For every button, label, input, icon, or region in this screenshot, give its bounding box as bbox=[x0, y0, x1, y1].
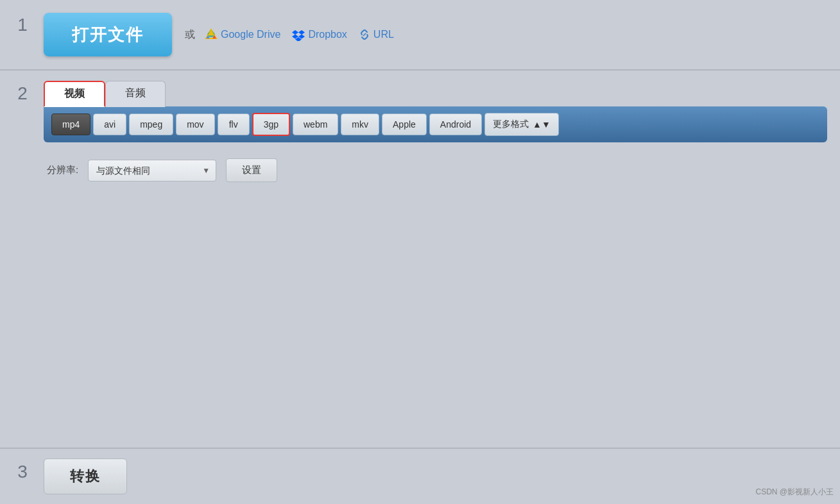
section-2: 2 视频 音频 mp4 avi mpeg mov flv 3gp webm m bbox=[0, 71, 840, 449]
format-btn-mov[interactable]: mov bbox=[176, 113, 214, 135]
convert-button[interactable]: 转换 bbox=[44, 458, 127, 494]
url-link[interactable]: URL bbox=[359, 29, 394, 40]
more-formats-button[interactable]: 更多格式 ▲▼ bbox=[484, 113, 559, 136]
format-btn-mp4[interactable]: mp4 bbox=[51, 113, 90, 135]
watermark: CSDN @影视新人小王 bbox=[755, 487, 834, 498]
format-btn-webm[interactable]: webm bbox=[293, 113, 338, 135]
step-number-3: 3 bbox=[13, 458, 32, 482]
dropbox-icon bbox=[292, 28, 305, 41]
google-drive-link[interactable]: Google Drive bbox=[205, 28, 280, 41]
resolution-select[interactable]: 与源文件相同 1920x1080 1280x720 854x480 640x36… bbox=[88, 160, 216, 181]
resolution-label: 分辨率: bbox=[47, 164, 78, 176]
resolution-select-wrapper: 与源文件相同 1920x1080 1280x720 854x480 640x36… bbox=[88, 160, 216, 181]
main-container: 1 打开文件 或 Google Drive bbox=[0, 0, 840, 504]
more-formats-arrow-icon: ▲▼ bbox=[533, 119, 551, 130]
step-number-2: 2 bbox=[13, 80, 32, 104]
section-1: 1 打开文件 或 Google Drive bbox=[0, 0, 840, 71]
google-drive-label: Google Drive bbox=[221, 29, 280, 40]
more-formats-label: 更多格式 bbox=[493, 119, 529, 130]
tabs-row: 视频 音频 bbox=[44, 80, 827, 106]
open-file-button[interactable]: 打开文件 bbox=[44, 13, 172, 56]
or-text: 或 bbox=[185, 28, 195, 42]
format-btn-avi[interactable]: avi bbox=[93, 113, 126, 135]
google-drive-icon bbox=[205, 28, 218, 41]
section-2-content: 视频 音频 mp4 avi mpeg mov flv 3gp webm mkv … bbox=[44, 80, 827, 185]
dropbox-link[interactable]: Dropbox bbox=[292, 28, 347, 41]
format-btn-android[interactable]: Android bbox=[429, 113, 482, 135]
format-btn-apple[interactable]: Apple bbox=[382, 113, 427, 135]
url-label: URL bbox=[373, 29, 394, 40]
dropbox-label: Dropbox bbox=[308, 29, 347, 40]
format-btn-3gp[interactable]: 3gp bbox=[252, 113, 290, 136]
settings-button[interactable]: 设置 bbox=[226, 158, 277, 182]
cloud-links: Google Drive Dropbox bbox=[205, 28, 394, 41]
url-icon bbox=[359, 29, 370, 40]
format-btn-mkv[interactable]: mkv bbox=[341, 113, 379, 135]
format-btn-flv[interactable]: flv bbox=[218, 113, 250, 135]
tab-audio[interactable]: 音频 bbox=[105, 81, 166, 107]
tab-video[interactable]: 视频 bbox=[44, 81, 105, 107]
format-bar: mp4 avi mpeg mov flv 3gp webm mkv Apple … bbox=[44, 106, 827, 142]
settings-row: 分辨率: 与源文件相同 1920x1080 1280x720 854x480 6… bbox=[44, 155, 827, 185]
format-btn-mpeg[interactable]: mpeg bbox=[129, 113, 173, 135]
section-3: 3 转换 bbox=[0, 449, 840, 504]
step-number-1: 1 bbox=[13, 12, 32, 35]
